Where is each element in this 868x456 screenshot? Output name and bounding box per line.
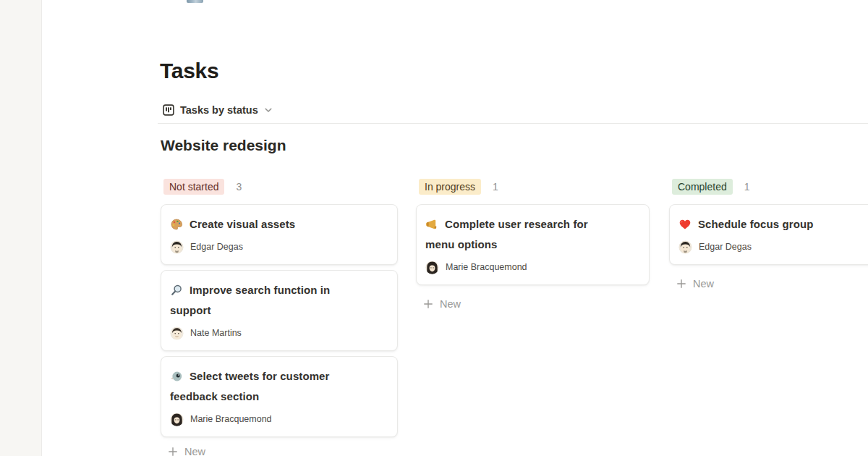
card-title-text: Improve search function in support: [170, 284, 330, 316]
card-assignee: Edgar Degas: [678, 239, 868, 255]
column-header: Completed 1: [672, 178, 868, 195]
column-header: In progress 1: [419, 178, 650, 195]
new-card-button[interactable]: New: [168, 442, 398, 456]
plus-icon: [676, 279, 686, 289]
palette-icon: [170, 218, 183, 231]
task-card[interactable]: Create visual assets Edgar Degas: [161, 204, 398, 265]
task-card[interactable]: Select tweets for customer feedback sect…: [161, 356, 398, 437]
task-card[interactable]: Improve search function in support: [161, 270, 398, 351]
card-assignee: Edgar Degas: [170, 239, 388, 255]
assignee-name: Marie Bracquemond: [446, 262, 527, 272]
sidebar: [0, 0, 42, 456]
task-card[interactable]: Schedule focus group Edgar Degas: [669, 204, 868, 265]
column-completed: Completed 1 Schedule focus group: [669, 178, 868, 293]
card-assignee: Nate Martins: [170, 325, 388, 341]
board-view-icon: [163, 104, 174, 116]
plus-icon: [423, 299, 433, 309]
plus-icon: [168, 447, 178, 456]
new-card-button[interactable]: New: [676, 274, 868, 293]
assignee-name: Edgar Degas: [190, 242, 243, 252]
card-assignee: Marie Bracquemond: [425, 259, 640, 275]
assignee-name: Marie Bracquemond: [190, 414, 272, 424]
heart-icon: [678, 218, 692, 231]
card-title-text: Select tweets for customer feedback sect…: [170, 370, 330, 402]
card-title: Create visual assets: [170, 214, 388, 235]
column-header: Not started 3: [163, 178, 398, 195]
card-title-text: Complete user research for menu options: [425, 218, 588, 250]
divider: [158, 123, 868, 124]
card-title: Select tweets for customer feedback sect…: [170, 366, 388, 407]
avatar-marie-bracquemond: [170, 413, 184, 426]
megaphone-icon: [425, 218, 438, 231]
column-count: 1: [493, 181, 498, 193]
assignee-name: Nate Martins: [190, 328, 242, 338]
column-count: 1: [744, 181, 750, 193]
column-in-progress: In progress 1 Complete user research for…: [416, 178, 650, 313]
bird-icon: [170, 370, 183, 383]
avatar-edgar-degas: [678, 240, 692, 254]
card-title: Improve search function in support: [170, 280, 388, 321]
card-title: Complete user research for menu options: [425, 214, 640, 255]
card-assignee: Marie Bracquemond: [170, 411, 388, 427]
status-badge[interactable]: In progress: [419, 179, 481, 195]
page-title[interactable]: Tasks: [160, 59, 218, 83]
assignee-name: Edgar Degas: [699, 242, 752, 252]
chevron-down-icon: [264, 106, 273, 114]
new-card-button[interactable]: New: [423, 295, 650, 313]
new-card-label: New: [693, 278, 714, 290]
status-badge[interactable]: Completed: [672, 179, 733, 195]
view-switcher[interactable]: Tasks by status: [163, 101, 273, 119]
task-card[interactable]: Complete user research for menu options: [416, 204, 650, 285]
new-card-label: New: [184, 446, 205, 456]
status-badge[interactable]: Not started: [163, 179, 224, 195]
view-switcher-label: Tasks by status: [180, 104, 258, 116]
avatar-marie-bracquemond: [425, 261, 439, 274]
card-title-text: Create visual assets: [190, 218, 295, 230]
board-title[interactable]: Website redesign: [161, 137, 286, 154]
column-count: 3: [236, 181, 242, 193]
new-card-label: New: [440, 298, 461, 310]
column-not-started: Not started 3 Create visual assets: [161, 178, 398, 456]
card-title-text: Schedule focus group: [698, 218, 814, 230]
magnifying-glass-icon: [170, 284, 183, 297]
card-title: Schedule focus group: [678, 214, 868, 235]
avatar-edgar-degas: [170, 240, 184, 254]
avatar-nate-martins: [170, 326, 184, 340]
page-icon-partial: [187, 0, 203, 3]
